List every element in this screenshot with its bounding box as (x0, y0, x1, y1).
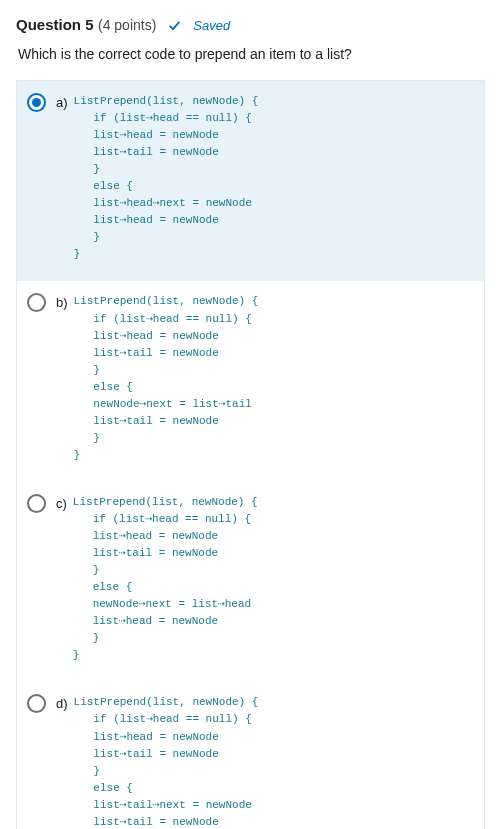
option-label: a) (56, 95, 68, 110)
option-label: b) (56, 295, 68, 310)
question-number: Question 5 (4 points) (16, 16, 156, 34)
option-label: c) (56, 496, 67, 511)
options-container: a) ListPrepend(list, newNode) { if (list… (16, 80, 485, 829)
question-number-text: Question 5 (16, 16, 94, 33)
option-a[interactable]: a) ListPrepend(list, newNode) { if (list… (17, 81, 484, 281)
option-code: ListPrepend(list, newNode) { if (list⇢he… (74, 93, 259, 263)
radio-d[interactable] (27, 694, 46, 713)
option-d[interactable]: d) ListPrepend(list, newNode) { if (list… (17, 682, 484, 829)
option-code: ListPrepend(list, newNode) { if (list⇢he… (74, 694, 259, 829)
saved-status: Saved (193, 18, 230, 33)
option-label: d) (56, 696, 68, 711)
option-code: ListPrepend(list, newNode) { if (list⇢he… (73, 494, 258, 664)
question-prompt: Which is the correct code to prepend an … (16, 46, 485, 62)
question-points: (4 points) (98, 17, 156, 33)
question-header: Question 5 (4 points) Saved (16, 16, 485, 34)
option-b[interactable]: b) ListPrepend(list, newNode) { if (list… (17, 281, 484, 481)
radio-b[interactable] (27, 293, 46, 312)
option-code: ListPrepend(list, newNode) { if (list⇢he… (74, 293, 259, 463)
check-icon (168, 19, 181, 32)
option-c[interactable]: c) ListPrepend(list, newNode) { if (list… (17, 482, 484, 682)
radio-a[interactable] (27, 93, 46, 112)
radio-c[interactable] (27, 494, 46, 513)
